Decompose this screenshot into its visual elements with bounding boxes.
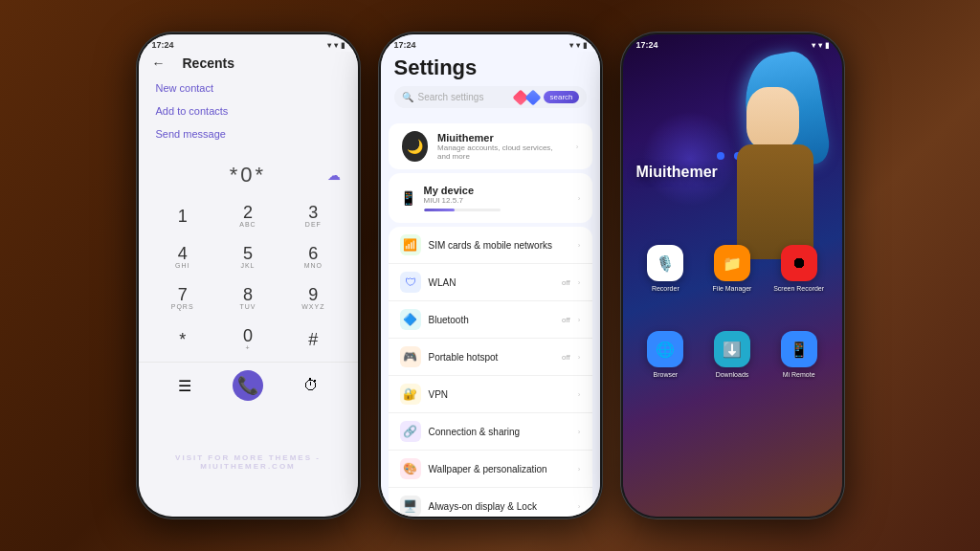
recorder-app[interactable]: 🎙️ Recorder bbox=[639, 245, 692, 293]
signal-icon-3: ▾ bbox=[812, 41, 815, 50]
my-device-card[interactable]: 📱 My device MIUI 12.5.7 › bbox=[389, 173, 592, 223]
wifi-icon-2: ▾ bbox=[576, 41, 580, 50]
sim-icon: 📶 bbox=[400, 234, 421, 255]
connection-label: Connection & sharing bbox=[429, 427, 570, 437]
recents-header: ← Recents bbox=[139, 52, 358, 77]
bluetooth-text: Bluetooth bbox=[429, 315, 555, 325]
dial-key-7[interactable]: 7PQRS bbox=[152, 279, 213, 317]
hotspot-label: Portable hotspot bbox=[429, 352, 555, 363]
device-progress-fill bbox=[424, 209, 455, 211]
status-icons-2: ▾ ▾ ▮ bbox=[569, 41, 587, 50]
sim-cards-item[interactable]: 📶 SIM cards & mobile networks › bbox=[389, 227, 592, 264]
sim-text: SIM cards & mobile networks bbox=[429, 240, 570, 251]
call-button[interactable]: 📞 bbox=[233, 370, 263, 401]
settings-list: 🌙 Miuithemer Manage accounts, cloud serv… bbox=[381, 120, 600, 517]
settings-title: Settings bbox=[394, 54, 587, 86]
profile-chevron-icon: › bbox=[576, 143, 579, 151]
hotspot-icon: 🎮 bbox=[400, 346, 421, 367]
miui-logo bbox=[515, 92, 539, 103]
settings-header: Settings 🔍 Search settings search bbox=[381, 52, 600, 120]
wallpaper-text: Wallpaper & personalization bbox=[429, 464, 570, 474]
downloads-app[interactable]: ⬇️ Downloads bbox=[705, 331, 758, 379]
watermark: VISIT FOR MORE THEMES - MIUITHEMER.COM bbox=[139, 453, 358, 471]
search-icon: 🔍 bbox=[402, 92, 413, 102]
file-manager-icon: 📁 bbox=[714, 245, 750, 281]
recents-icon-button[interactable]: ⏱ bbox=[296, 370, 326, 401]
connection-chevron-icon: › bbox=[578, 428, 581, 436]
dial-key-4[interactable]: 4GHI bbox=[152, 238, 213, 276]
contacts-icon: ☰ bbox=[178, 377, 191, 395]
connection-sharing-item[interactable]: 🔗 Connection & sharing › bbox=[389, 413, 592, 451]
connection-text: Connection & sharing bbox=[429, 427, 570, 437]
wlan-item[interactable]: 🛡 WLAN off › bbox=[389, 264, 592, 301]
dial-key-0[interactable]: 0+ bbox=[217, 320, 278, 358]
sim-chevron-icon: › bbox=[578, 241, 581, 250]
dial-key-9[interactable]: 9WXYZ bbox=[282, 279, 344, 317]
vpn-icon: 🔐 bbox=[400, 384, 421, 405]
status-icons-3: ▾ ▾ ▮ bbox=[812, 41, 829, 50]
dial-key-1[interactable]: 1 bbox=[152, 197, 213, 234]
contacts-icon-button[interactable]: ☰ bbox=[169, 370, 200, 401]
profile-row[interactable]: 🌙 Miuithemer Manage accounts, cloud serv… bbox=[389, 123, 592, 169]
device-info: My device MIUI 12.5.7 bbox=[424, 185, 570, 211]
sim-label: SIM cards & mobile networks bbox=[429, 240, 570, 251]
character-face bbox=[746, 87, 799, 149]
battery-icon-2: ▮ bbox=[583, 41, 587, 50]
settings-search-bar[interactable]: 🔍 Search settings search bbox=[394, 86, 587, 108]
recents-title: Recents bbox=[183, 55, 234, 71]
time-3: 17:24 bbox=[636, 40, 658, 50]
browser-app[interactable]: 🌐 Browser bbox=[639, 331, 692, 379]
dial-key-8[interactable]: 8TUV bbox=[217, 279, 278, 317]
dial-key-3[interactable]: 3DEF bbox=[282, 197, 344, 234]
hotspot-item[interactable]: 🎮 Portable hotspot off › bbox=[389, 339, 592, 376]
wallpaper-item[interactable]: 🎨 Wallpaper & personalization › bbox=[389, 451, 592, 488]
dial-key-hash[interactable]: # bbox=[282, 320, 344, 358]
profile-info: Miuithemer Manage accounts, cloud servic… bbox=[437, 132, 567, 161]
bluetooth-item[interactable]: 🔷 Bluetooth off › bbox=[389, 301, 592, 339]
file-manager-app[interactable]: 📁 File Manager bbox=[705, 245, 758, 293]
time-1: 17:24 bbox=[152, 40, 174, 50]
device-version: MIUI 12.5.7 bbox=[424, 196, 570, 205]
mi-remote-icon: 📱 bbox=[781, 331, 817, 367]
bluetooth-status: off bbox=[562, 316, 570, 324]
character-body bbox=[737, 144, 813, 259]
wlan-status: off bbox=[562, 278, 570, 287]
character-eye-left bbox=[717, 152, 724, 160]
mi-remote-app[interactable]: 📱 Mi Remote bbox=[772, 331, 825, 379]
status-icons-1: ▾ ▾ ▮ bbox=[327, 41, 345, 50]
browser-label: Browser bbox=[653, 371, 678, 379]
network-settings-section: 📶 SIM cards & mobile networks › 🛡 WLAN o… bbox=[389, 227, 592, 517]
add-to-contacts-link[interactable]: Add to contacts bbox=[156, 105, 341, 117]
dial-key-2[interactable]: 2ABC bbox=[217, 197, 278, 234]
wallpaper-label: Wallpaper & personalization bbox=[429, 464, 570, 474]
wifi-icon: ▾ bbox=[334, 41, 338, 50]
aod-chevron-icon: › bbox=[578, 502, 581, 511]
back-button[interactable]: ← bbox=[152, 55, 166, 71]
status-bar-1: 17:24 ▾ ▾ ▮ bbox=[139, 34, 358, 52]
vpn-item[interactable]: 🔐 VPN › bbox=[389, 376, 592, 413]
dial-key-star[interactable]: * bbox=[152, 320, 213, 358]
screen-recorder-app[interactable]: ⏺ Screen Recorder bbox=[772, 245, 825, 293]
home-username: Miuithemer bbox=[636, 164, 718, 181]
dialpad-display: *0* ☁ bbox=[139, 145, 358, 193]
vpn-chevron-icon: › bbox=[578, 390, 581, 399]
dial-key-5[interactable]: 5JKL bbox=[217, 238, 278, 276]
avatar-icon: 🌙 bbox=[407, 139, 423, 154]
new-contact-link[interactable]: New contact bbox=[156, 82, 341, 94]
wlan-chevron-icon: › bbox=[578, 278, 581, 287]
aod-icon: 🖥️ bbox=[400, 496, 421, 517]
send-message-link[interactable]: Send message bbox=[156, 128, 341, 140]
hotspot-chevron-icon: › bbox=[578, 353, 581, 362]
dial-key-6[interactable]: 6MNO bbox=[282, 238, 344, 276]
always-on-display-item[interactable]: 🖥️ Always-on display & Lock › bbox=[389, 488, 592, 517]
browser-icon: 🌐 bbox=[647, 331, 683, 367]
search-button[interactable]: search bbox=[544, 91, 578, 103]
device-phone-icon: 📱 bbox=[400, 190, 416, 206]
wlan-text: WLAN bbox=[429, 277, 555, 288]
device-row: 📱 My device MIUI 12.5.7 › bbox=[389, 179, 592, 217]
bluetooth-icon: 🔷 bbox=[400, 309, 421, 330]
wallpaper-icon: 🎨 bbox=[400, 458, 421, 479]
status-bar-2: 17:24 ▾ ▾ ▮ bbox=[381, 34, 600, 52]
file-manager-label: File Manager bbox=[713, 285, 752, 293]
device-progress-bar-container bbox=[424, 209, 501, 211]
